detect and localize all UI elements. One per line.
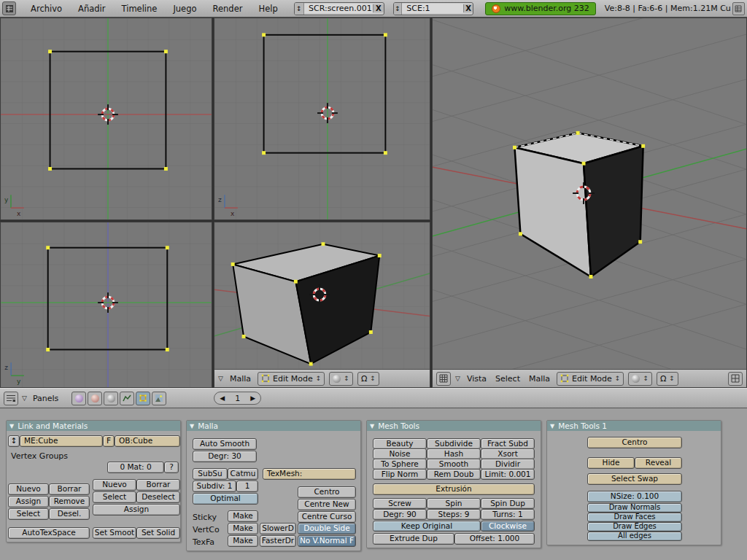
vgroup-remove-button[interactable]: Remove: [49, 496, 90, 508]
shading-icon[interactable]: [88, 392, 102, 405]
flip-normals-button[interactable]: Flip Norm: [373, 469, 427, 480]
hide-button[interactable]: Hide: [587, 457, 635, 469]
menu-archivo[interactable]: Archivo: [23, 4, 69, 14]
viewport-bottom-left[interactable]: z y: [0, 222, 212, 388]
vgroup-select-button[interactable]: Select: [8, 508, 49, 520]
smooth-button[interactable]: Smooth: [427, 459, 481, 470]
clockwise-toggle[interactable]: Clockwise: [481, 521, 535, 532]
limit-stepper[interactable]: Limit: 0.001: [481, 469, 535, 480]
draw-normals-toggle[interactable]: Draw Normals: [587, 503, 682, 513]
spin-dup-button[interactable]: Spin Dup: [481, 498, 535, 509]
material-deselect-button[interactable]: Deselect: [136, 491, 180, 503]
select-swap-button[interactable]: Select Swap: [587, 473, 682, 485]
subdivide-button[interactable]: Subdivide: [427, 438, 481, 449]
set-solid-button[interactable]: Set Solid: [136, 527, 180, 539]
menu-juego[interactable]: Juego: [166, 4, 204, 14]
screw-button[interactable]: Screw: [373, 498, 427, 509]
collapse-triangle-icon[interactable]: ▼: [190, 423, 194, 429]
scene-context-button[interactable]: [152, 392, 166, 405]
xsort-button[interactable]: Xsort: [481, 448, 535, 459]
beauty-toggle[interactable]: Beauty: [373, 438, 427, 449]
menu-select[interactable]: Select: [493, 374, 522, 384]
material-delete-button[interactable]: Borrar: [136, 479, 180, 491]
scene-close-button[interactable]: X: [463, 4, 473, 12]
vertcol-make-button[interactable]: Make: [228, 523, 258, 534]
menu-anadir[interactable]: Añadir: [71, 4, 112, 14]
draw-type-dropdown[interactable]: ↕: [628, 372, 652, 386]
world-icon[interactable]: [104, 392, 118, 405]
proportional-edit-dropdown[interactable]: Ω ↕: [357, 372, 379, 386]
subdiv-render-stepper[interactable]: 1: [236, 481, 258, 492]
screen-name-field[interactable]: SCR:screen.001: [304, 4, 373, 13]
viewport-top-left[interactable]: y x: [0, 18, 212, 220]
menu-timeline[interactable]: Timeline: [115, 4, 165, 14]
panel-header[interactable]: ▼ Link and Materials: [7, 421, 180, 431]
header-collapse-icon[interactable]: ▽: [218, 375, 223, 382]
material-help-button[interactable]: ?: [164, 462, 179, 473]
centre-button[interactable]: Centro: [587, 437, 682, 448]
panels-menu[interactable]: Panels: [31, 394, 61, 403]
header-collapse-icon[interactable]: ▽: [455, 375, 460, 382]
panel-header[interactable]: ▼ Mesh Tools: [367, 421, 541, 431]
scene-name-field[interactable]: SCE:1: [402, 4, 463, 13]
autotexspace-button[interactable]: AutoTexSpace: [8, 527, 90, 539]
mode-dropdown[interactable]: Edit Mode ↕: [258, 372, 325, 386]
proportional-edit-dropdown[interactable]: Ω ↕: [657, 372, 678, 386]
menu-vista[interactable]: Vista: [465, 374, 489, 384]
version-button[interactable]: www.blender.org 232: [485, 2, 596, 15]
steps-stepper[interactable]: Steps: 9: [427, 509, 481, 520]
texface-make-button[interactable]: Make: [228, 535, 258, 547]
texmesh-field[interactable]: TexMesh:: [263, 468, 356, 480]
all-edges-toggle[interactable]: All edges: [587, 532, 682, 541]
scene-browse-icon[interactable]: ↕: [394, 3, 402, 15]
page-prev-button[interactable]: ◀: [214, 394, 230, 402]
subsurf-type-dropdown[interactable]: Catmu: [228, 468, 258, 480]
degr-stepper[interactable]: Degr: 30: [193, 451, 257, 462]
editing-context-button[interactable]: [136, 392, 150, 405]
draw-edges-toggle[interactable]: Draw Edges: [587, 522, 682, 532]
subsurf-toggle[interactable]: SubSu: [193, 468, 228, 480]
centre-cursor-button[interactable]: Centre Curso: [298, 511, 356, 523]
draw-type-dropdown[interactable]: ↕: [329, 372, 353, 386]
window-grid-icon[interactable]: [732, 2, 745, 15]
reveal-button[interactable]: Reveal: [635, 457, 682, 469]
screen-close-button[interactable]: X: [373, 4, 384, 12]
collapse-triangle-icon[interactable]: ▼: [9, 423, 14, 429]
vgroup-delete-button[interactable]: Borrar: [49, 483, 90, 495]
mesh-browse-button[interactable]: ↕: [8, 435, 20, 447]
vgroup-deselect-button[interactable]: Desel.: [49, 508, 90, 520]
material-select-button[interactable]: Select: [93, 491, 136, 503]
panel-header[interactable]: ▼ Mesh Tools 1: [547, 421, 721, 431]
material-counter[interactable]: 0 Mat: 0: [107, 462, 164, 473]
viewport-perspective[interactable]: ▽ Vista Select Malla Edit Mode ↕ ↕ Ω ↕: [432, 18, 747, 388]
material-assign-button[interactable]: Assign: [93, 504, 180, 516]
viewport-top-middle[interactable]: z x: [214, 18, 430, 220]
set-smooth-button[interactable]: Set Smoot: [93, 527, 136, 539]
double-sided-toggle[interactable]: Double Side: [298, 523, 356, 534]
object-name-field[interactable]: OB:Cube: [115, 435, 180, 447]
fake-user-button[interactable]: F: [103, 435, 115, 447]
material-new-button[interactable]: Nuevo: [93, 479, 136, 491]
vgroup-assign-button[interactable]: Assign: [8, 496, 49, 508]
ipo-curve-icon[interactable]: [120, 392, 134, 405]
rem-doubles-button[interactable]: Rem Doub: [427, 469, 481, 480]
offset-stepper[interactable]: Offset: 1.000: [454, 533, 535, 545]
menu-malla[interactable]: Malla: [527, 374, 552, 384]
panel-header[interactable]: ▼ Malla: [187, 421, 360, 431]
layers-button[interactable]: [728, 372, 743, 386]
window-type-button[interactable]: [4, 392, 18, 405]
subdiv-stepper[interactable]: Subdiv: 1: [193, 481, 236, 492]
menu-malla[interactable]: Malla: [228, 374, 253, 384]
centre-button[interactable]: Centro: [298, 486, 356, 498]
viewport-bottom-middle[interactable]: ▽ Malla Edit Mode ↕ ↕ Ω ↕: [214, 222, 430, 388]
spin-button[interactable]: Spin: [427, 498, 481, 509]
optimal-toggle[interactable]: Optimal: [193, 493, 258, 505]
noise-button[interactable]: Noise: [373, 448, 427, 459]
degr-spin-stepper[interactable]: Degr: 90: [373, 509, 427, 520]
keep-original-toggle[interactable]: Keep Original: [373, 521, 481, 532]
hash-button[interactable]: Hash: [427, 448, 481, 459]
faster-draw-button[interactable]: FasterDr: [260, 535, 296, 547]
fract-subd-button[interactable]: Fract Subd: [481, 438, 535, 449]
sticky-make-button[interactable]: Make: [228, 510, 258, 522]
menu-help[interactable]: Help: [251, 4, 285, 14]
